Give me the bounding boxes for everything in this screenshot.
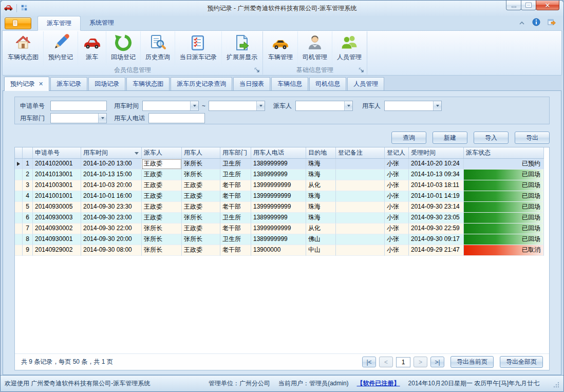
- license-registered-link[interactable]: 【软件已注册】: [357, 379, 400, 388]
- doc-tab-6[interactable]: 当日报表: [233, 77, 270, 90]
- export-all-pages-button[interactable]: 导出全部页: [500, 356, 543, 368]
- ribbon-button-dispatch-car[interactable]: 派车: [78, 31, 106, 66]
- combo-dropdown-button[interactable]: [344, 101, 352, 110]
- doc-tab-5[interactable]: 派车历史记录查询: [171, 77, 232, 90]
- doc-tab-9[interactable]: 人员管理: [347, 77, 384, 90]
- quick-access-grid-icon[interactable]: [21, 4, 28, 13]
- data-cell-use-time[interactable]: 2014-09-30 23:00: [81, 213, 142, 223]
- table-row[interactable]: 3201410030012014-10-03 20:00王政委王政委老干部139…: [15, 180, 544, 191]
- status-cell[interactable]: 已预约: [464, 159, 544, 170]
- apply-no-input[interactable]: [50, 101, 107, 111]
- row-indicator-cell[interactable]: [15, 245, 23, 256]
- new-button[interactable]: 新建: [433, 132, 467, 144]
- data-cell-destination[interactable]: 中山: [306, 245, 336, 256]
- collapse-ribbon-chevron-icon[interactable]: [519, 20, 525, 27]
- data-cell-user[interactable]: 王政委: [182, 191, 220, 202]
- data-cell-accept-time[interactable]: 2014-10-20 10:24: [409, 159, 464, 170]
- column-header-user-phone[interactable]: 用车人电话: [251, 147, 306, 158]
- data-cell-registrar[interactable]: 小张: [385, 191, 409, 202]
- data-cell-use-time[interactable]: 2014-09-30 08:00: [81, 245, 142, 256]
- column-header-destination[interactable]: 目的地: [306, 147, 336, 158]
- row-indicator-cell[interactable]: [15, 223, 23, 234]
- data-cell-register-note[interactable]: [336, 191, 385, 202]
- application-menu-button[interactable]: [5, 17, 31, 29]
- page-number-input[interactable]: [396, 357, 410, 367]
- data-cell-accept-time[interactable]: 2014-10-13 09:34: [409, 170, 464, 180]
- data-cell-accept-time[interactable]: 2014-09-30 23:14: [409, 202, 464, 213]
- column-header-department[interactable]: 用车部门: [220, 147, 251, 158]
- data-cell-user[interactable]: 王政委: [182, 245, 220, 256]
- status-cell[interactable]: 已回场: [464, 234, 544, 245]
- status-cell[interactable]: 已取消: [464, 245, 544, 256]
- data-cell-user-phone[interactable]: 13999999999: [251, 223, 306, 234]
- status-cell[interactable]: 已回场: [464, 191, 544, 202]
- combo-dropdown-button[interactable]: [256, 101, 265, 110]
- column-header-dispatch-status[interactable]: 派车状态: [464, 147, 544, 158]
- data-cell-destination[interactable]: 从化: [306, 223, 336, 234]
- export-button[interactable]: 导出: [515, 132, 550, 144]
- dispatcher-combo[interactable]: [295, 101, 353, 111]
- data-cell-registrar[interactable]: 小张: [385, 223, 409, 234]
- data-cell-destination[interactable]: 珠海: [306, 191, 336, 202]
- ribbon-button-driver[interactable]: 司机管理: [298, 31, 332, 66]
- column-header-apply-no[interactable]: 申请单号: [33, 147, 81, 158]
- status-cell[interactable]: 已回场: [464, 202, 544, 213]
- data-cell-dispatcher[interactable]: 张所长: [142, 245, 182, 256]
- data-cell-dispatcher[interactable]: 王政委: [142, 159, 182, 170]
- data-cell-accept-time[interactable]: 2014-09-30 22:59: [409, 223, 464, 234]
- data-cell-register-note[interactable]: [336, 159, 385, 170]
- dialog-launcher-icon[interactable]: [254, 67, 260, 73]
- combo-dropdown-button[interactable]: [190, 101, 198, 110]
- data-cell-accept-time[interactable]: 2014-09-29 21:47: [409, 245, 464, 256]
- table-row[interactable]: 9201409290022014-09-30 08:00张所长王政委老干部139…: [15, 245, 544, 256]
- ribbon-button-extend-screen[interactable]: 扩展屏显示: [222, 31, 262, 66]
- data-cell-apply-no[interactable]: 20141003001: [33, 180, 81, 191]
- row-number-cell[interactable]: 5: [23, 202, 33, 213]
- data-cell-department[interactable]: 老干部: [220, 223, 251, 234]
- data-cell-use-time[interactable]: 2014-10-01 16:00: [81, 191, 142, 202]
- status-cell[interactable]: 已回场: [464, 223, 544, 234]
- ribbon-button-today-record[interactable]: 当日派车记录: [175, 31, 222, 66]
- data-cell-destination[interactable]: 珠海: [306, 170, 336, 180]
- data-cell-registrar[interactable]: 小张: [385, 159, 409, 170]
- column-header-rownum[interactable]: [23, 147, 33, 158]
- ribbon-button-pencil[interactable]: 预约登记: [44, 31, 78, 66]
- column-header-dispatcher[interactable]: 派车人: [142, 147, 182, 158]
- data-cell-user[interactable]: 王政委: [182, 202, 220, 213]
- status-cell[interactable]: 已回场: [464, 213, 544, 223]
- ribbon-tab-dispatch-management[interactable]: 派车管理: [37, 16, 81, 31]
- combo-dropdown-button[interactable]: [433, 101, 441, 110]
- table-row[interactable]: 8201409300012014-09-30 20:00张所长张所长卫生所138…: [15, 234, 544, 245]
- row-indicator-cell[interactable]: [15, 191, 23, 202]
- data-cell-department[interactable]: 卫生所: [220, 234, 251, 245]
- data-cell-use-time[interactable]: 2014-10-03 20:00: [81, 180, 142, 191]
- ribbon-tab-system-management[interactable]: 系统管理: [81, 16, 123, 30]
- data-cell-department[interactable]: 老干部: [220, 245, 251, 256]
- data-cell-accept-time[interactable]: 2014-10-01 14:19: [409, 191, 464, 202]
- data-cell-department[interactable]: 老干部: [220, 191, 251, 202]
- row-number-cell[interactable]: 6: [23, 213, 33, 223]
- user-combo[interactable]: [384, 101, 442, 111]
- row-indicator-cell[interactable]: [15, 180, 23, 191]
- data-cell-user[interactable]: 张所长: [182, 213, 220, 223]
- row-indicator-cell[interactable]: [15, 202, 23, 213]
- data-cell-user-phone[interactable]: 13999999999: [251, 202, 306, 213]
- row-indicator-cell[interactable]: [15, 213, 23, 223]
- row-number-cell[interactable]: 1: [23, 159, 33, 170]
- data-cell-registrar[interactable]: 小张: [385, 180, 409, 191]
- ribbon-button-return[interactable]: 回场登记: [106, 31, 141, 66]
- column-header-use-time[interactable]: 用车时间: [81, 147, 142, 158]
- table-row[interactable]: 6201409300032014-09-30 23:00王政委张所长卫生所138…: [15, 213, 544, 223]
- doc-tab-2[interactable]: 派车记录: [50, 77, 87, 90]
- data-cell-apply-no[interactable]: 20141020001: [33, 159, 81, 170]
- row-number-cell[interactable]: 7: [23, 223, 33, 234]
- department-combo[interactable]: [50, 113, 107, 123]
- data-cell-registrar[interactable]: 小张: [385, 234, 409, 245]
- column-header-accept-time[interactable]: 受理时间: [409, 147, 464, 158]
- data-cell-user-phone[interactable]: 13900000: [251, 245, 306, 256]
- data-cell-user[interactable]: 王政委: [182, 180, 220, 191]
- data-cell-accept-time[interactable]: 2014-10-03 18:11: [409, 180, 464, 191]
- data-cell-dispatcher[interactable]: 王政委: [142, 202, 182, 213]
- ribbon-button-people[interactable]: 人员管理: [332, 31, 366, 66]
- data-cell-register-note[interactable]: [336, 234, 385, 245]
